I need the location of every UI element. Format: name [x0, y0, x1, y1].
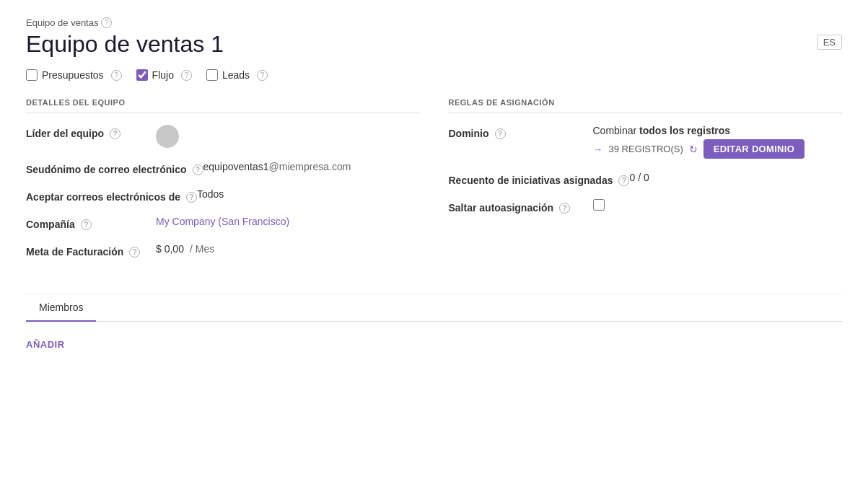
lider-label: Líder del equipo ?	[26, 125, 156, 139]
flujo-checkbox[interactable]	[136, 69, 148, 81]
tab-list: Miembros	[26, 294, 842, 322]
page-title: Equipo de ventas 1	[26, 31, 842, 58]
field-compania: Compañía ? My Company (San Francisco)	[26, 216, 420, 230]
assignment-rules-section: REGLAS DE ASIGNACIÓN Dominio ? Combinar …	[449, 98, 843, 271]
dominio-label: Dominio ?	[449, 125, 593, 139]
billing-amount: $ 0,00	[156, 243, 184, 255]
flujo-help-icon[interactable]: ?	[181, 70, 192, 81]
checkbox-flujo: Flujo ?	[136, 69, 192, 81]
recuento-label: Recuento de iniciativas asignadas ?	[449, 172, 630, 186]
aceptar-value: Todos	[197, 188, 420, 200]
aceptar-help-icon[interactable]: ?	[186, 192, 197, 203]
breadcrumb-label: Equipo de ventas	[26, 17, 98, 28]
compania-label: Compañía ?	[26, 216, 156, 230]
leads-checkbox[interactable]	[206, 69, 218, 81]
field-lider: Líder del equipo ?	[26, 125, 420, 148]
main-layout: DETALLES DEL EQUIPO Líder del equipo ? S…	[26, 98, 842, 271]
saltar-label: Saltar autoasignación ?	[449, 199, 593, 214]
lang-badge: ES	[817, 35, 842, 50]
recuento-value: 0 / 0	[629, 172, 842, 183]
dominio-value: Combinar todos los registros → 39 REGIST…	[593, 125, 843, 159]
saltar-checkbox[interactable]	[593, 199, 605, 211]
field-dominio: Dominio ? Combinar todos los registros →…	[449, 125, 843, 159]
tab-miembros[interactable]: Miembros	[26, 294, 96, 322]
seudoNimo-help-icon[interactable]: ?	[193, 164, 203, 175]
edit-domain-button[interactable]: EDITAR DOMINIO	[703, 139, 805, 159]
team-details-section: DETALLES DEL EQUIPO Líder del equipo ? S…	[26, 98, 420, 271]
saltar-help-icon[interactable]: ?	[559, 203, 570, 214]
field-recuento: Recuento de iniciativas asignadas ? 0 / …	[449, 172, 843, 186]
aceptar-label: Aceptar correos electrónicos de ?	[26, 188, 197, 203]
meta-value: $ 0,00 / Mes	[156, 243, 420, 255]
recuento-count: 0 / 0	[629, 172, 649, 183]
add-button[interactable]: AÑADIR	[26, 336, 65, 353]
billing-period: / Mes	[190, 243, 214, 255]
presupuestos-checkbox[interactable]	[26, 69, 38, 81]
records-count[interactable]: 39 REGISTRO(S)	[609, 144, 683, 154]
presupuestos-label: Presupuestos	[42, 69, 104, 81]
team-details-header: DETALLES DEL EQUIPO	[26, 98, 420, 113]
tab-content-miembros: AÑADIR	[26, 322, 842, 367]
meta-help-icon[interactable]: ?	[129, 247, 140, 258]
assignment-rules-header: REGLAS DE ASIGNACIÓN	[449, 98, 843, 113]
field-seudoNimo: Seudónimo de correo electrónico ? equipo…	[26, 161, 420, 175]
checkboxes-row: Presupuestos ? Flujo ? Leads ?	[26, 69, 842, 81]
checkbox-presupuestos: Presupuestos ?	[26, 69, 122, 81]
arrow-icon: →	[593, 144, 603, 155]
breadcrumb-help-icon[interactable]: ?	[101, 17, 112, 28]
leads-help-icon[interactable]: ?	[257, 70, 268, 81]
avatar	[156, 125, 179, 148]
lider-help-icon[interactable]: ?	[110, 128, 120, 139]
compania-help-icon[interactable]: ?	[81, 219, 92, 230]
flujo-label: Flujo	[152, 69, 174, 81]
saltar-value	[593, 199, 843, 213]
seudoNimo-label: Seudónimo de correo electrónico ?	[26, 161, 203, 175]
field-aceptar: Aceptar correos electrónicos de ? Todos	[26, 188, 420, 203]
meta-label: Meta de Facturación ?	[26, 243, 156, 258]
domain-text: Combinar todos los registros	[593, 125, 843, 136]
tabs-area: Miembros AÑADIR	[26, 294, 842, 367]
recuento-help-icon[interactable]: ?	[618, 175, 629, 186]
checkbox-leads: Leads ?	[206, 69, 268, 81]
presupuestos-help-icon[interactable]: ?	[111, 70, 122, 81]
field-meta: Meta de Facturación ? $ 0,00 / Mes	[26, 243, 420, 258]
domain-text-bold: todos los registros	[639, 125, 730, 136]
email-domain: @miempresa.com	[269, 161, 351, 172]
email-alias: equipoventas1	[203, 161, 269, 172]
compania-value[interactable]: My Company (San Francisco)	[156, 216, 420, 227]
dominio-help-icon[interactable]: ?	[495, 128, 506, 139]
leads-label: Leads	[222, 69, 250, 81]
email-field-value: equipoventas1 @miempresa.com	[203, 161, 420, 172]
field-saltar: Saltar autoasignación ?	[449, 199, 843, 214]
lider-value	[156, 125, 420, 148]
breadcrumb: Equipo de ventas ?	[26, 17, 842, 28]
refresh-icon[interactable]: ↻	[689, 144, 698, 155]
domain-meta: → 39 REGISTRO(S) ↻ EDITAR DOMINIO	[593, 139, 843, 159]
